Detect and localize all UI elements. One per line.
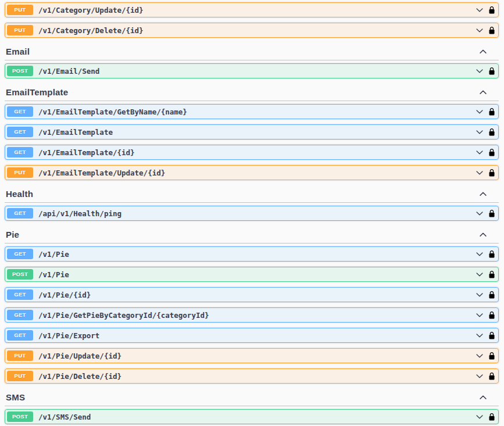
operation-path: /v1/Pie/Delete/{id}	[38, 372, 121, 381]
method-badge: GET	[7, 106, 33, 117]
row-controls	[476, 67, 495, 76]
lock-icon[interactable]	[488, 311, 495, 320]
lock-icon[interactable]	[488, 26, 495, 35]
row-controls	[476, 291, 495, 299]
operation-row[interactable]: GET /v1/EmailTemplate/GetByName/{name}	[5, 104, 499, 119]
section-title: EmailTemplate	[6, 87, 68, 97]
lock-icon[interactable]	[488, 352, 495, 360]
section-title: Email	[6, 46, 30, 56]
chevron-down-icon[interactable]	[476, 311, 484, 319]
operation-row[interactable]: PUT /v1/EmailTemplate/Update/{id}	[5, 165, 499, 180]
chevron-up-icon[interactable]	[479, 393, 487, 402]
operation-path: /api/v1/Health/ping	[38, 209, 121, 218]
section-title: SMS	[6, 392, 25, 402]
operation-path: /v1/Email/Send	[38, 67, 99, 76]
chevron-down-icon[interactable]	[476, 6, 484, 14]
method-badge: GET	[7, 310, 33, 320]
operation-row[interactable]: PUT /v1/Category/Delete/{id}	[5, 23, 499, 38]
operation-path: /v1/EmailTemplate	[38, 128, 113, 137]
operation-row[interactable]: POST /v1/Pie	[5, 267, 499, 282]
lock-icon[interactable]	[488, 291, 495, 299]
operation-path: /v1/EmailTemplate/Update/{id}	[38, 169, 165, 177]
lock-icon[interactable]	[488, 67, 495, 76]
row-controls	[476, 352, 495, 360]
chevron-down-icon[interactable]	[476, 108, 484, 116]
method-badge: PUT	[7, 371, 33, 381]
chevron-down-icon[interactable]	[476, 291, 484, 299]
lock-icon[interactable]	[488, 108, 495, 116]
row-controls	[476, 128, 495, 137]
lock-icon[interactable]	[488, 413, 495, 421]
operation-path: /v1/Pie/GetPieByCategoryId/{categoryId}	[38, 311, 209, 320]
lock-icon[interactable]	[488, 372, 495, 381]
operation-row[interactable]: GET /v1/Pie/{id}	[5, 287, 499, 302]
method-badge: POST	[7, 269, 33, 280]
chevron-down-icon[interactable]	[476, 372, 484, 380]
chevron-down-icon[interactable]	[476, 331, 484, 339]
chevron-down-icon[interactable]	[476, 250, 484, 258]
method-badge: GET	[7, 147, 33, 157]
operation-row[interactable]: GET /v1/Pie	[5, 246, 499, 262]
row-controls	[476, 209, 495, 218]
chevron-down-icon[interactable]	[476, 128, 484, 136]
chevron-up-icon[interactable]	[479, 48, 487, 56]
operation-row[interactable]: GET /v1/Pie/GetPieByCategoryId/{category…	[5, 307, 499, 323]
method-badge: GET	[7, 289, 33, 300]
operation-path: /v1/Pie/Update/{id}	[38, 352, 121, 360]
row-controls	[476, 108, 495, 116]
chevron-up-icon[interactable]	[479, 231, 487, 239]
method-badge: PUT	[7, 167, 33, 178]
operation-row[interactable]: PUT /v1/Pie/Update/{id}	[5, 348, 499, 363]
lock-icon[interactable]	[488, 148, 495, 157]
operation-path: /v1/Pie/{id}	[38, 291, 91, 299]
row-controls	[476, 372, 495, 381]
section-header[interactable]: Email	[5, 43, 499, 60]
chevron-down-icon[interactable]	[476, 26, 484, 34]
operation-path: /v1/EmailTemplate/GetByName/{name}	[38, 108, 187, 116]
chevron-down-icon[interactable]	[476, 209, 484, 217]
operation-row[interactable]: POST /v1/SMS/Send	[5, 409, 499, 424]
chevron-up-icon[interactable]	[479, 88, 487, 96]
row-controls	[476, 26, 495, 35]
section-header[interactable]: SMS	[5, 389, 499, 406]
row-controls	[476, 311, 495, 320]
lock-icon[interactable]	[488, 209, 495, 218]
operation-row[interactable]: PUT /v1/Category/Update/{id}	[5, 2, 499, 17]
section-header[interactable]: Pie	[5, 226, 499, 244]
row-controls	[476, 413, 495, 421]
method-badge: PUT	[7, 5, 33, 15]
operation-row[interactable]: GET /api/v1/Health/ping	[5, 206, 499, 221]
lock-icon[interactable]	[488, 128, 495, 137]
method-badge: PUT	[7, 350, 33, 361]
operation-row[interactable]: PUT /v1/Pie/Delete/{id}	[5, 368, 499, 384]
chevron-down-icon[interactable]	[476, 413, 484, 421]
chevron-down-icon[interactable]	[476, 67, 484, 75]
section-header[interactable]: EmailTemplate	[5, 84, 499, 101]
section-header[interactable]: Health	[5, 185, 499, 203]
chevron-down-icon[interactable]	[476, 270, 484, 278]
lock-icon[interactable]	[488, 250, 495, 259]
operation-row[interactable]: GET /v1/Pie/Export	[5, 328, 499, 343]
row-controls	[476, 6, 495, 15]
row-controls	[476, 148, 495, 157]
operation-row[interactable]: GET /v1/EmailTemplate/{id}	[5, 145, 499, 160]
chevron-down-icon[interactable]	[476, 352, 484, 360]
operation-row[interactable]: GET /v1/EmailTemplate	[5, 124, 499, 139]
operation-path: /v1/EmailTemplate/{id}	[38, 148, 135, 157]
chevron-up-icon[interactable]	[479, 190, 487, 198]
section-title: Health	[6, 189, 33, 199]
row-controls	[476, 169, 495, 177]
operation-row[interactable]: POST /v1/Email/Send	[5, 63, 499, 78]
lock-icon[interactable]	[488, 169, 495, 177]
lock-icon[interactable]	[488, 270, 495, 279]
chevron-down-icon[interactable]	[476, 148, 484, 156]
chevron-down-icon[interactable]	[476, 169, 484, 177]
lock-icon[interactable]	[488, 331, 495, 340]
method-badge: GET	[7, 249, 33, 259]
method-badge: GET	[7, 208, 33, 219]
operation-path: /v1/SMS/Send	[38, 413, 91, 421]
row-controls	[476, 331, 495, 340]
section-title: Pie	[6, 230, 19, 239]
row-controls	[476, 250, 495, 259]
lock-icon[interactable]	[488, 6, 495, 15]
